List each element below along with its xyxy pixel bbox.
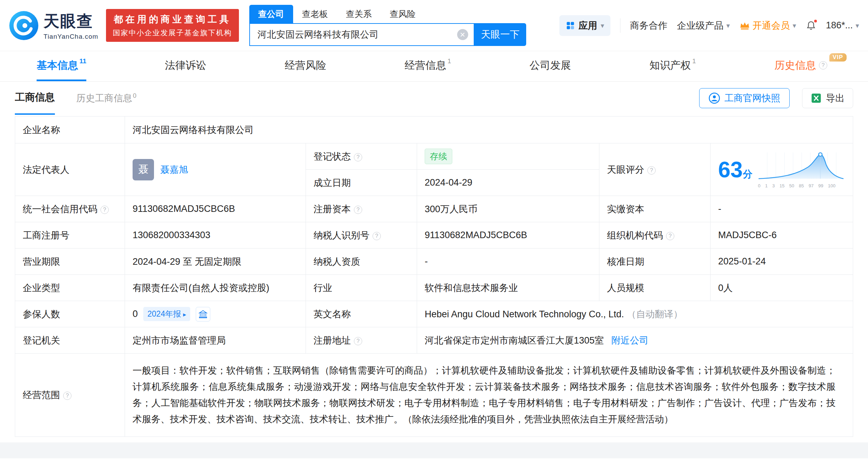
credit-code-label-text: 统一社会信用代码 (23, 204, 97, 214)
tab-history-info[interactable]: 历史信息 VIP (774, 51, 827, 81)
authority-label: 登记机关 (15, 327, 125, 354)
section-tabs: 基本信息 11 法律诉讼 经营风险 经营信息 1 公司发展 知识产权 1 历史信… (0, 51, 868, 82)
reg-status-cell: 存续 (417, 143, 599, 170)
help-icon[interactable] (100, 206, 109, 214)
tab-legal-litigation[interactable]: 法律诉讼 (165, 51, 206, 81)
search-tabs: 查公司 查老板 查关系 查风险 (249, 5, 526, 23)
scope-value: 一般项目：软件开发；软件销售；互联网销售（除销售需要许可的商品）；计算机软硬件及… (133, 354, 845, 437)
annual-report-badge[interactable]: 2024年报 (143, 307, 190, 321)
search-tab-risk[interactable]: 查风险 (381, 5, 425, 23)
page-bottom-strip (0, 442, 868, 458)
credit-code-label: 统一社会信用代码 (15, 196, 125, 222)
apps-menu-label: 应用 (579, 19, 597, 32)
clear-icon[interactable] (457, 29, 468, 40)
export-button[interactable]: 导出 (802, 88, 853, 108)
tab-count: 1 (447, 57, 451, 65)
search-input[interactable] (249, 23, 474, 46)
tab-label: 经营信息 (405, 58, 446, 73)
vip-badge: VIP (829, 53, 847, 62)
official-snapshot-button[interactable]: 工商官网快照 (699, 88, 790, 108)
tab-basic-info[interactable]: 基本信息 11 (37, 51, 86, 81)
subtab-history-business-info[interactable]: 历史工商信息0 (76, 92, 136, 104)
help-icon[interactable] (63, 392, 71, 400)
export-label: 导出 (826, 92, 845, 104)
search-row: 天眼一下 (249, 23, 526, 46)
tab-intellectual-property[interactable]: 知识产权 1 (649, 51, 696, 81)
score-curve-chart (758, 151, 844, 180)
industry-value: 软件和信息技术服务业 (417, 275, 599, 301)
est-date-value: 2024-04-29 (417, 170, 599, 196)
tab-label: 历史信息 (774, 58, 816, 73)
help-icon[interactable] (373, 232, 381, 240)
reg-capital-label-text: 注册资本 (314, 204, 351, 214)
notification-bell[interactable] (806, 20, 816, 31)
tab-label: 法律诉讼 (165, 58, 206, 73)
legal-rep-avatar[interactable]: 聂 (133, 159, 154, 180)
subtab-business-info[interactable]: 工商信息 (15, 82, 55, 115)
company-name-label: 企业名称 (15, 116, 125, 143)
promo-line1: 都在用的商业查询工具 (113, 13, 232, 26)
reg-capital-label: 注册资本 (306, 196, 417, 222)
org-code-label-text: 组织机构代码 (607, 230, 663, 241)
help-icon[interactable] (354, 153, 362, 161)
promo-banner[interactable]: 都在用的商业查询工具 国家中小企业发展子基金旗下机构 (106, 9, 239, 42)
search-button[interactable]: 天眼一下 (474, 23, 526, 46)
help-icon[interactable] (666, 232, 674, 240)
tianyancha-page: 天眼查 TianYanCha.com 都在用的商业查询工具 国家中小企业发展子基… (0, 0, 868, 458)
reg-status-label: 登记状态 (306, 143, 417, 170)
legal-rep-name-link[interactable]: 聂嘉旭 (160, 163, 188, 176)
table-row: 统一社会信用代码 91130682MADJ5CBC6B 注册资本 300万人民币… (15, 196, 853, 222)
reg-capital-value: 300万人民币 (417, 196, 599, 222)
search-tab-relation[interactable]: 查关系 (337, 5, 381, 23)
table-row: 登记机关 定州市市场监督管理局 注册地址 河北省保定市定州市南城区香江大厦130… (15, 327, 853, 354)
score-label-text: 天眼评分 (607, 165, 644, 175)
org-code-value: MADJ5CBC-6 (711, 222, 853, 249)
search-tab-company[interactable]: 查公司 (249, 5, 293, 23)
tab-operating-info[interactable]: 经营信息 1 (405, 51, 451, 81)
company-type-value: 有限责任公司(自然人投资或控股) (125, 275, 306, 301)
help-icon[interactable] (354, 206, 362, 214)
apps-menu-button[interactable]: 应用 (559, 15, 610, 36)
auto-translate-note: （自动翻译） (627, 309, 683, 319)
tab-company-development[interactable]: 公司发展 (530, 51, 571, 81)
menu-enterprise-product[interactable]: 企业级产品 (677, 19, 730, 32)
score-cell[interactable]: 63分 (711, 143, 853, 196)
approval-date-label: 核准日期 (599, 249, 711, 275)
reg-status-label-text: 登记状态 (314, 151, 351, 162)
score-axis-ticks: 0 1 3 15 50 85 97 99 100 (758, 183, 844, 188)
tab-label: 经营风险 (285, 58, 326, 73)
chevron-down-icon (726, 21, 730, 30)
brand-text: 天眼查 TianYanCha.com (44, 11, 98, 40)
social-security-icon-button[interactable] (196, 307, 210, 321)
address-value: 河北省保定市定州市南城区香江大厦1305室 (425, 335, 604, 346)
header-menu: 应用 商务合作 企业级产品 开通会员 (559, 15, 859, 36)
account-menu[interactable]: 186*... (826, 20, 859, 31)
help-icon[interactable] (647, 166, 656, 175)
score-chart: 0 1 3 15 50 85 97 99 100 (758, 151, 844, 188)
menu-cooperation[interactable]: 商务合作 (630, 19, 667, 32)
tab-operating-risk[interactable]: 经营风险 (285, 51, 326, 81)
chevron-down-icon (601, 21, 604, 30)
approval-date-value: 2025-01-24 (711, 249, 853, 275)
promo-line2: 国家中小企业发展子基金旗下机构 (113, 28, 232, 38)
menu-open-vip[interactable]: 开通会员 (740, 19, 796, 32)
insured-cell: 0 2024年报 (125, 301, 306, 327)
search-tab-boss[interactable]: 查老板 (293, 5, 337, 23)
help-icon[interactable] (819, 61, 827, 69)
chevron-down-icon (856, 21, 859, 30)
legal-rep-label: 法定代表人 (15, 143, 125, 196)
score-unit: 分 (743, 169, 752, 179)
term-value: 2024-04-29 至 无固定期限 (125, 249, 306, 275)
brand-logo[interactable]: 天眼查 TianYanCha.com (9, 11, 98, 40)
score-number: 63 (718, 157, 743, 182)
est-date-label: 成立日期 (306, 170, 417, 196)
notification-dot (813, 19, 818, 23)
menu-enterprise-label: 企业级产品 (677, 19, 724, 32)
taxpayer-id-label-text: 纳税人识别号 (314, 230, 369, 241)
reg-number-value: 130682000334303 (125, 222, 306, 249)
nearby-companies-link[interactable]: 附近公司 (611, 335, 649, 346)
chevron-down-icon (793, 21, 796, 30)
table-row: 经营范围 一般项目：软件开发；软件销售；互联网销售（除销售需要许可的商品）；计算… (15, 354, 853, 437)
english-name-value: Hebei Angu Cloud Network Technology Co.,… (425, 309, 624, 319)
help-icon[interactable] (354, 337, 362, 345)
